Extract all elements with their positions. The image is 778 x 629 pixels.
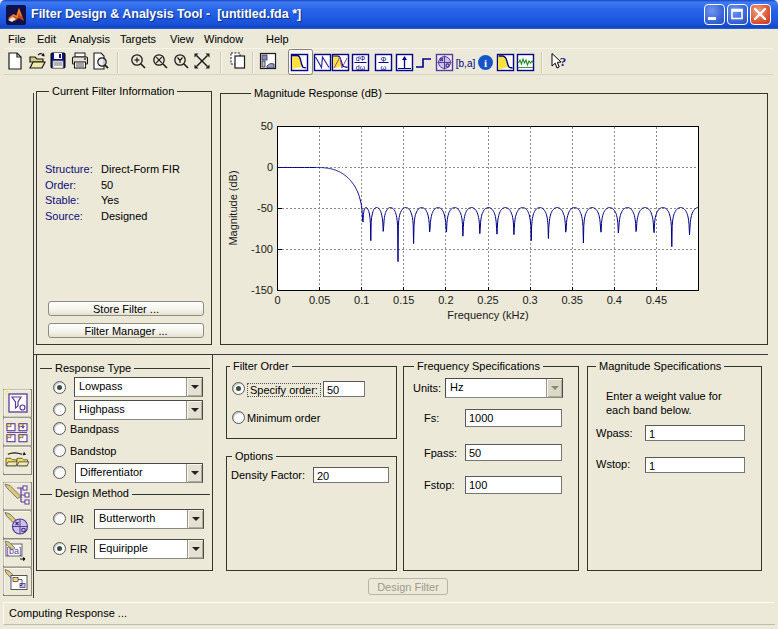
svg-text:ω: ω: [381, 63, 387, 72]
svg-text:50: 50: [261, 120, 273, 132]
svg-text:0.2: 0.2: [438, 294, 453, 306]
svg-text:0.1: 0.1: [354, 294, 369, 306]
svg-text:0.35: 0.35: [561, 294, 582, 306]
svg-text:dΦ: dΦ: [356, 55, 366, 62]
svg-text:0.3: 0.3: [522, 294, 537, 306]
svg-text:[b,a]: [b,a]: [456, 58, 476, 69]
svg-text:Frequency (kHz): Frequency (kHz): [447, 309, 528, 321]
svg-text:0.25: 0.25: [477, 294, 498, 306]
svg-text:0.05: 0.05: [309, 294, 330, 306]
svg-text:Magnitude (dB): Magnitude (dB): [227, 170, 239, 245]
svg-text:0.15: 0.15: [393, 294, 414, 306]
svg-text:i: i: [484, 57, 487, 69]
svg-text:-50: -50: [257, 202, 273, 214]
svg-text:-100: -100: [251, 243, 273, 255]
svg-text:0: 0: [267, 161, 273, 173]
svg-text:0.4: 0.4: [607, 294, 622, 306]
svg-text:[ba]: [ba]: [6, 546, 21, 556]
svg-text:-150: -150: [251, 284, 273, 296]
svg-text:0: 0: [274, 294, 280, 306]
svg-text:?: ?: [560, 54, 567, 69]
svg-text:0.45: 0.45: [646, 294, 667, 306]
svg-text:dω: dω: [356, 64, 366, 71]
